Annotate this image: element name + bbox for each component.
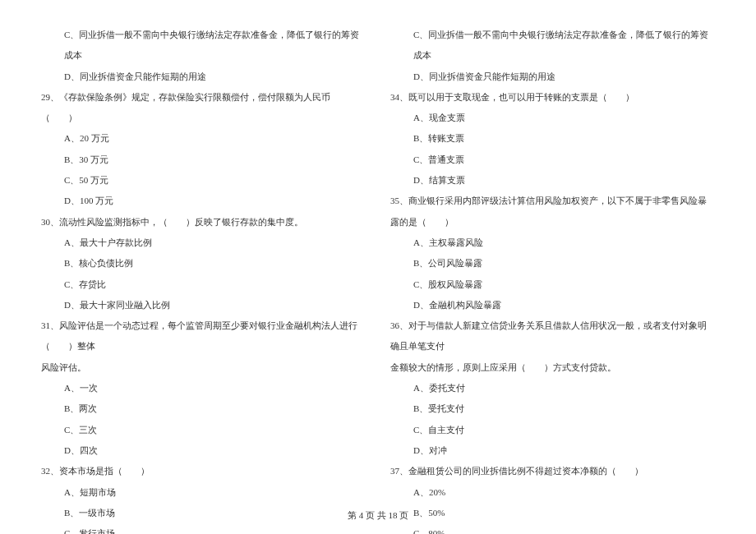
option-text: C、普通支票 (390, 150, 715, 170)
question-29: 29、《存款保险条例》规定，存款保险实行限额偿付，偿付限额为人民币（ ） (41, 87, 366, 129)
option-text: C、自主支付 (390, 420, 715, 440)
option-text: D、对冲 (390, 440, 715, 461)
option-text: A、主权暴露风险 (390, 232, 715, 253)
question-31-cont: 风险评估。 (41, 357, 366, 378)
option-text: B、核心负债比例 (41, 253, 366, 274)
option-text: D、金融机构风险暴露 (390, 295, 715, 315)
question-31: 31、风险评估是一个动态过程，每个监管周期至少要对银行业金融机构法人进行（ ）整… (41, 315, 366, 357)
option-text: C、同业拆借一般不需向中央银行缴纳法定存款准备金，降低了银行的筹资成本 (390, 25, 715, 67)
option-text: C、三次 (41, 420, 366, 440)
option-text: C、80% (390, 523, 715, 534)
option-text: A、最大十户存款比例 (41, 232, 366, 253)
question-36: 36、对于与借款人新建立信贷业务关系且借款人信用状况一般，或者支付对象明确且单笔… (390, 315, 715, 357)
question-35: 35、商业银行采用内部评级法计算信用风险加权资产，以下不属于非零售风险暴露的是（… (390, 191, 715, 232)
page-footer: 第 4 页 共 18 页 (0, 509, 756, 522)
option-text: D、同业拆借资金只能作短期的用途 (41, 67, 366, 87)
question-34: 34、既可以用于支取现金，也可以用于转账的支票是（ ） (390, 87, 715, 108)
question-36-cont: 金额较大的情形，原则上应采用（ ）方式支付贷款。 (390, 357, 715, 378)
option-text: C、股权风险暴露 (390, 274, 715, 295)
option-text: D、四次 (41, 440, 366, 461)
left-column: C、同业拆借一般不需向中央银行缴纳法定存款准备金，降低了银行的筹资成本 D、同业… (41, 25, 366, 534)
option-text: B、两次 (41, 398, 366, 419)
option-text: D、结算支票 (390, 170, 715, 191)
option-text: C、发行市场 (41, 523, 366, 534)
option-text: C、存贷比 (41, 274, 366, 295)
option-text: C、50 万元 (41, 170, 366, 191)
option-text: B、公司风险暴露 (390, 253, 715, 274)
option-text: C、同业拆借一般不需向中央银行缴纳法定存款准备金，降低了银行的筹资成本 (41, 25, 366, 67)
option-text: A、一次 (41, 378, 366, 398)
question-32: 32、资本市场是指（ ） (41, 461, 366, 481)
option-text: A、20 万元 (41, 128, 366, 149)
question-37: 37、金融租赁公司的同业拆借比例不得超过资本净额的（ ） (390, 461, 715, 481)
question-30: 30、流动性风险监测指标中，（ ）反映了银行存款的集中度。 (41, 212, 366, 232)
option-text: B、受托支付 (390, 398, 715, 419)
option-text: D、100 万元 (41, 191, 366, 211)
option-text: B、30 万元 (41, 150, 366, 170)
option-text: D、最大十家同业融入比例 (41, 295, 366, 315)
option-text: D、同业拆借资金只能作短期的用途 (390, 67, 715, 87)
option-text: B、转账支票 (390, 128, 715, 149)
right-column: C、同业拆借一般不需向中央银行缴纳法定存款准备金，降低了银行的筹资成本 D、同业… (390, 25, 715, 534)
option-text: A、现金支票 (390, 108, 715, 128)
option-text: A、委托支付 (390, 378, 715, 398)
option-text: A、20% (390, 482, 715, 503)
option-text: A、短期市场 (41, 482, 366, 503)
